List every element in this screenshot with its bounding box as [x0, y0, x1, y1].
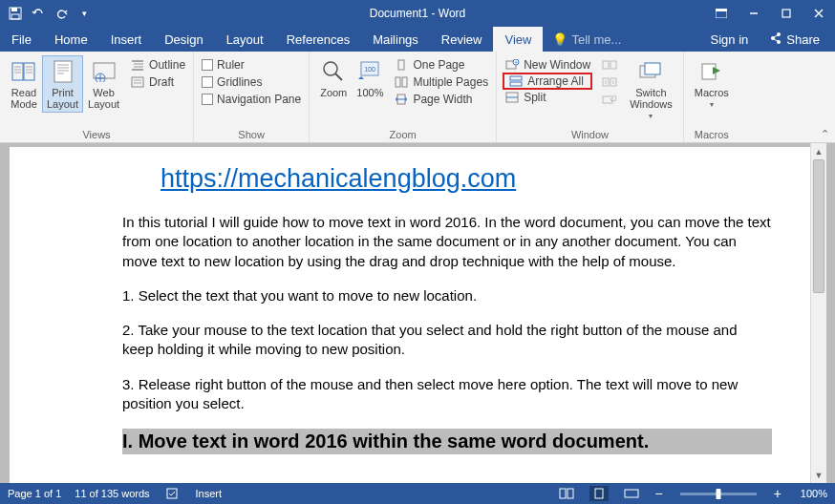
svg-rect-64 [167, 489, 177, 498]
web-layout-button[interactable]: Web Layout [83, 55, 124, 113]
tab-layout[interactable]: Layout [215, 27, 275, 52]
draft-button[interactable]: Draft [128, 74, 187, 90]
tab-insert[interactable]: Insert [99, 27, 154, 52]
undo-icon[interactable] [31, 6, 46, 21]
svg-text:✳: ✳ [514, 59, 518, 65]
svg-rect-43 [396, 77, 400, 87]
svg-rect-50 [510, 76, 522, 80]
zoom-percent[interactable]: 100% [801, 488, 827, 499]
sign-in-link[interactable]: Sign in [701, 32, 759, 47]
page-width-icon [394, 93, 409, 106]
document-hyperlink[interactable]: https://mechanicalengblog.com [161, 164, 772, 194]
zoom-100-icon: 100 [356, 58, 383, 85]
one-page-button[interactable]: One Page [392, 57, 490, 73]
ruler-checkbox[interactable]: Ruler [200, 57, 303, 73]
document-paragraph[interactable]: 2. Take your mouse to the text location … [122, 321, 772, 360]
word-count[interactable]: 11 of 135 words [75, 488, 149, 499]
outline-button[interactable]: Outline [128, 57, 187, 73]
reset-window-icon [602, 93, 617, 106]
zoom-100-button[interactable]: 100 100% [352, 55, 388, 101]
scroll-down-icon[interactable]: ▼ [811, 467, 826, 483]
switch-windows-button[interactable]: Switch Windows ▾ [625, 55, 677, 123]
ribbon-display-options-icon[interactable] [705, 0, 738, 27]
navigation-pane-checkbox[interactable]: Navigation Pane [200, 92, 303, 107]
maximize-button[interactable] [770, 0, 803, 27]
share-icon [769, 32, 782, 48]
zoom-in-button[interactable]: + [774, 486, 781, 501]
document-paragraph[interactable]: 3. Release right button of the mouse and… [122, 375, 772, 414]
page-indicator[interactable]: Page 1 of 1 [8, 488, 61, 499]
zoom-slider[interactable] [680, 493, 757, 495]
svg-rect-62 [645, 63, 660, 74]
document-heading-selected[interactable]: I. Move text in word 2016 within the sam… [122, 429, 772, 454]
svg-rect-67 [595, 489, 603, 498]
tab-home[interactable]: Home [43, 27, 99, 52]
close-button[interactable] [803, 0, 835, 27]
svg-rect-51 [510, 82, 522, 86]
sync-scrolling-button[interactable] [600, 74, 619, 90]
tab-file[interactable]: File [0, 27, 43, 52]
reset-window-position-button[interactable] [600, 92, 619, 107]
dropdown-icon: ▾ [710, 100, 714, 109]
tab-references[interactable]: References [275, 27, 361, 52]
draft-icon [130, 75, 145, 89]
checkbox-icon [202, 94, 213, 105]
svg-rect-55 [610, 61, 616, 69]
collapse-ribbon-icon[interactable]: ⌃ [821, 128, 829, 140]
lightbulb-icon: 💡 [552, 32, 567, 47]
tab-review[interactable]: Review [430, 27, 494, 52]
vertical-scrollbar[interactable]: ▲ ▼ [810, 143, 826, 483]
document-page[interactable]: https://mechanicalengblog.com In this tu… [10, 147, 810, 483]
svg-rect-22 [54, 61, 72, 82]
macros-icon [698, 58, 725, 85]
gridlines-checkbox[interactable]: Gridlines [200, 74, 303, 90]
document-paragraph[interactable]: 1. Select the text that you want to move… [122, 286, 772, 305]
qat-dropdown-icon[interactable]: ▾ [76, 6, 92, 21]
share-button[interactable]: Share [761, 32, 827, 48]
scroll-thumb[interactable] [813, 159, 824, 293]
print-layout-icon [50, 58, 76, 85]
insert-mode[interactable]: Insert [196, 488, 223, 499]
tab-mailings[interactable]: Mailings [361, 27, 430, 52]
document-paragraph[interactable]: In this tutorial I will guide how to mov… [122, 213, 772, 271]
svg-line-13 [774, 39, 778, 41]
new-window-icon: ✳ [504, 58, 520, 72]
title-bar: ▾ Document1 - Word [0, 0, 835, 27]
sync-scroll-icon [602, 75, 617, 89]
print-layout-button[interactable]: Print Layout [42, 55, 83, 113]
tell-me-search[interactable]: 💡 Tell me... [543, 27, 631, 52]
macros-button[interactable]: Macros ▾ [690, 55, 734, 112]
web-layout-view-icon[interactable] [622, 486, 641, 501]
svg-rect-4 [716, 9, 727, 11]
group-views: Read Mode Print Layout Web Layout Outlin… [0, 52, 194, 142]
split-button[interactable]: Split [503, 90, 592, 105]
svg-rect-54 [603, 61, 609, 69]
minimize-button[interactable] [738, 0, 770, 27]
svg-rect-44 [402, 77, 407, 87]
tab-view[interactable]: View [493, 27, 543, 52]
ribbon-view: Read Mode Print Layout Web Layout Outlin… [0, 52, 835, 143]
zoom-out-button[interactable]: − [654, 486, 662, 501]
tab-design[interactable]: Design [153, 27, 214, 52]
group-zoom: Zoom 100 100% One Page Multiple Pages Pa… [310, 52, 497, 142]
switch-windows-icon [637, 58, 664, 85]
scroll-track[interactable] [811, 159, 826, 467]
print-layout-view-icon[interactable] [589, 486, 609, 501]
save-icon[interactable] [8, 6, 23, 21]
spellcheck-icon[interactable] [163, 486, 182, 501]
arrange-all-button[interactable]: Arrange All [503, 73, 592, 90]
svg-rect-14 [12, 63, 23, 80]
view-side-by-side-button[interactable] [600, 57, 619, 73]
read-mode-view-icon[interactable] [557, 486, 576, 501]
zoom-button[interactable]: Zoom [315, 55, 352, 101]
multiple-pages-button[interactable]: Multiple Pages [392, 74, 490, 90]
new-window-button[interactable]: ✳New Window [503, 57, 592, 73]
arrange-all-icon [508, 74, 524, 88]
group-window: ✳New Window Arrange All Split Switch Win… [497, 52, 684, 142]
read-mode-button[interactable]: Read Mode [6, 55, 42, 113]
group-macros: Macros ▾ Macros [684, 52, 739, 142]
redo-icon[interactable] [54, 6, 69, 21]
ribbon-tab-bar: File Home Insert Design Layout Reference… [0, 27, 835, 52]
scroll-up-icon[interactable]: ▲ [811, 143, 826, 159]
page-width-button[interactable]: Page Width [392, 92, 490, 107]
